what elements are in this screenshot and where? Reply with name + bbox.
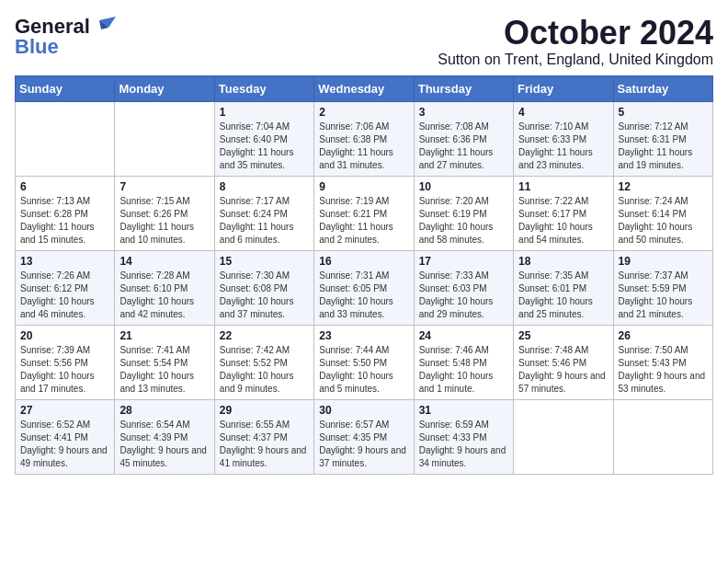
day-number: 24 bbox=[419, 329, 508, 342]
day-info: Sunrise: 7:24 AMSunset: 6:14 PMDaylight:… bbox=[619, 195, 708, 247]
page-header: General Blue October 2024 Sutton on Tren… bbox=[15, 15, 713, 68]
day-number: 14 bbox=[119, 255, 209, 268]
header-thursday: Thursday bbox=[414, 75, 513, 101]
day-number: 21 bbox=[119, 329, 209, 342]
day-info: Sunrise: 6:52 AMSunset: 4:41 PMDaylight:… bbox=[20, 419, 109, 470]
calendar-table: SundayMondayTuesdayWednesdayThursdayFrid… bbox=[15, 75, 713, 475]
calendar-cell: 26Sunrise: 7:50 AMSunset: 5:43 PMDayligh… bbox=[613, 325, 712, 399]
day-number: 1 bbox=[220, 106, 309, 119]
calendar-cell bbox=[115, 101, 214, 176]
day-number: 28 bbox=[119, 404, 209, 417]
day-info: Sunrise: 7:33 AMSunset: 6:03 PMDaylight:… bbox=[419, 270, 508, 321]
calendar-week-3: 13Sunrise: 7:26 AMSunset: 6:12 PMDayligh… bbox=[16, 250, 713, 325]
day-info: Sunrise: 7:17 AMSunset: 6:24 PMDaylight:… bbox=[220, 195, 309, 247]
calendar-cell: 12Sunrise: 7:24 AMSunset: 6:14 PMDayligh… bbox=[613, 176, 712, 250]
day-number: 8 bbox=[220, 180, 309, 193]
calendar-cell: 22Sunrise: 7:42 AMSunset: 5:52 PMDayligh… bbox=[214, 325, 313, 399]
calendar-cell: 11Sunrise: 7:22 AMSunset: 6:17 PMDayligh… bbox=[514, 176, 613, 250]
day-info: Sunrise: 7:39 AMSunset: 5:56 PMDaylight:… bbox=[20, 344, 109, 396]
calendar-cell: 2Sunrise: 7:06 AMSunset: 6:38 PMDaylight… bbox=[314, 101, 414, 176]
calendar-cell: 8Sunrise: 7:17 AMSunset: 6:24 PMDaylight… bbox=[214, 176, 313, 250]
day-number: 15 bbox=[220, 255, 309, 268]
calendar-cell: 6Sunrise: 7:13 AMSunset: 6:28 PMDaylight… bbox=[16, 176, 115, 250]
calendar-cell: 21Sunrise: 7:41 AMSunset: 5:54 PMDayligh… bbox=[115, 325, 214, 399]
calendar-cell bbox=[16, 101, 115, 176]
day-number: 27 bbox=[20, 404, 109, 417]
day-number: 4 bbox=[518, 106, 608, 119]
calendar-cell: 3Sunrise: 7:08 AMSunset: 6:36 PMDaylight… bbox=[414, 101, 513, 176]
header-monday: Monday bbox=[115, 75, 214, 101]
day-info: Sunrise: 7:35 AMSunset: 6:01 PMDaylight:… bbox=[518, 270, 608, 321]
logo: General Blue bbox=[15, 15, 116, 59]
calendar-cell: 23Sunrise: 7:44 AMSunset: 5:50 PMDayligh… bbox=[314, 325, 414, 399]
calendar-week-1: 1Sunrise: 7:04 AMSunset: 6:40 PMDaylight… bbox=[16, 101, 713, 176]
day-info: Sunrise: 7:04 AMSunset: 6:40 PMDaylight:… bbox=[220, 121, 309, 172]
day-number: 25 bbox=[518, 329, 608, 342]
calendar-cell: 10Sunrise: 7:20 AMSunset: 6:19 PMDayligh… bbox=[414, 176, 513, 250]
day-info: Sunrise: 6:57 AMSunset: 4:35 PMDaylight:… bbox=[319, 419, 408, 470]
calendar-week-5: 27Sunrise: 6:52 AMSunset: 4:41 PMDayligh… bbox=[16, 399, 713, 474]
day-number: 7 bbox=[119, 180, 209, 193]
day-info: Sunrise: 7:06 AMSunset: 6:38 PMDaylight:… bbox=[319, 121, 408, 172]
calendar-cell: 1Sunrise: 7:04 AMSunset: 6:40 PMDaylight… bbox=[214, 101, 313, 176]
calendar-cell: 30Sunrise: 6:57 AMSunset: 4:35 PMDayligh… bbox=[314, 399, 414, 474]
header-wednesday: Wednesday bbox=[314, 75, 414, 101]
day-info: Sunrise: 7:28 AMSunset: 6:10 PMDaylight:… bbox=[119, 270, 209, 321]
day-number: 3 bbox=[419, 106, 508, 119]
calendar-week-2: 6Sunrise: 7:13 AMSunset: 6:28 PMDaylight… bbox=[16, 176, 713, 250]
day-number: 30 bbox=[319, 404, 408, 417]
day-number: 16 bbox=[319, 255, 408, 268]
calendar-cell: 15Sunrise: 7:30 AMSunset: 6:08 PMDayligh… bbox=[214, 250, 313, 325]
day-info: Sunrise: 7:10 AMSunset: 6:33 PMDaylight:… bbox=[518, 121, 608, 172]
day-info: Sunrise: 7:37 AMSunset: 5:59 PMDaylight:… bbox=[619, 270, 708, 321]
day-number: 5 bbox=[619, 106, 708, 119]
day-number: 13 bbox=[20, 255, 109, 268]
calendar-cell: 24Sunrise: 7:46 AMSunset: 5:48 PMDayligh… bbox=[414, 325, 513, 399]
day-info: Sunrise: 7:48 AMSunset: 5:46 PMDaylight:… bbox=[518, 344, 608, 396]
day-number: 11 bbox=[518, 180, 608, 193]
calendar-cell bbox=[514, 399, 613, 474]
calendar-cell: 19Sunrise: 7:37 AMSunset: 5:59 PMDayligh… bbox=[613, 250, 712, 325]
day-number: 18 bbox=[518, 255, 608, 268]
day-number: 10 bbox=[419, 180, 508, 193]
day-number: 20 bbox=[20, 329, 109, 342]
calendar-cell: 28Sunrise: 6:54 AMSunset: 4:39 PMDayligh… bbox=[115, 399, 214, 474]
day-info: Sunrise: 7:50 AMSunset: 5:43 PMDaylight:… bbox=[619, 344, 708, 396]
day-info: Sunrise: 7:30 AMSunset: 6:08 PMDaylight:… bbox=[220, 270, 309, 321]
day-number: 26 bbox=[619, 329, 708, 342]
header-tuesday: Tuesday bbox=[214, 75, 313, 101]
calendar-cell: 14Sunrise: 7:28 AMSunset: 6:10 PMDayligh… bbox=[115, 250, 214, 325]
day-number: 23 bbox=[319, 329, 408, 342]
location: Sutton on Trent, England, United Kingdom bbox=[438, 52, 713, 68]
calendar-header-row: SundayMondayTuesdayWednesdayThursdayFrid… bbox=[16, 75, 713, 101]
day-info: Sunrise: 6:54 AMSunset: 4:39 PMDaylight:… bbox=[119, 419, 209, 470]
day-number: 19 bbox=[619, 255, 708, 268]
day-info: Sunrise: 7:19 AMSunset: 6:21 PMDaylight:… bbox=[319, 195, 408, 247]
calendar-cell: 31Sunrise: 6:59 AMSunset: 4:33 PMDayligh… bbox=[414, 399, 513, 474]
calendar-cell: 17Sunrise: 7:33 AMSunset: 6:03 PMDayligh… bbox=[414, 250, 513, 325]
day-info: Sunrise: 7:42 AMSunset: 5:52 PMDaylight:… bbox=[220, 344, 309, 396]
calendar-cell: 25Sunrise: 7:48 AMSunset: 5:46 PMDayligh… bbox=[514, 325, 613, 399]
day-info: Sunrise: 7:44 AMSunset: 5:50 PMDaylight:… bbox=[319, 344, 408, 396]
calendar-cell: 13Sunrise: 7:26 AMSunset: 6:12 PMDayligh… bbox=[16, 250, 115, 325]
calendar-cell: 9Sunrise: 7:19 AMSunset: 6:21 PMDaylight… bbox=[314, 176, 414, 250]
header-friday: Friday bbox=[514, 75, 613, 101]
day-number: 6 bbox=[20, 180, 109, 193]
day-info: Sunrise: 7:13 AMSunset: 6:28 PMDaylight:… bbox=[20, 195, 109, 247]
logo-blue: Blue bbox=[15, 35, 59, 59]
calendar-week-4: 20Sunrise: 7:39 AMSunset: 5:56 PMDayligh… bbox=[16, 325, 713, 399]
day-info: Sunrise: 6:59 AMSunset: 4:33 PMDaylight:… bbox=[419, 419, 508, 470]
calendar-cell: 7Sunrise: 7:15 AMSunset: 6:26 PMDaylight… bbox=[115, 176, 214, 250]
day-info: Sunrise: 7:46 AMSunset: 5:48 PMDaylight:… bbox=[419, 344, 508, 396]
day-info: Sunrise: 7:20 AMSunset: 6:19 PMDaylight:… bbox=[419, 195, 508, 247]
calendar-cell: 18Sunrise: 7:35 AMSunset: 6:01 PMDayligh… bbox=[514, 250, 613, 325]
day-info: Sunrise: 7:08 AMSunset: 6:36 PMDaylight:… bbox=[419, 121, 508, 172]
day-info: Sunrise: 7:31 AMSunset: 6:05 PMDaylight:… bbox=[319, 270, 408, 321]
header-saturday: Saturday bbox=[613, 75, 712, 101]
calendar-cell: 29Sunrise: 6:55 AMSunset: 4:37 PMDayligh… bbox=[214, 399, 313, 474]
day-number: 31 bbox=[419, 404, 508, 417]
calendar-cell: 16Sunrise: 7:31 AMSunset: 6:05 PMDayligh… bbox=[314, 250, 414, 325]
day-number: 9 bbox=[319, 180, 408, 193]
day-number: 12 bbox=[619, 180, 708, 193]
logo-bird-icon bbox=[92, 17, 116, 37]
